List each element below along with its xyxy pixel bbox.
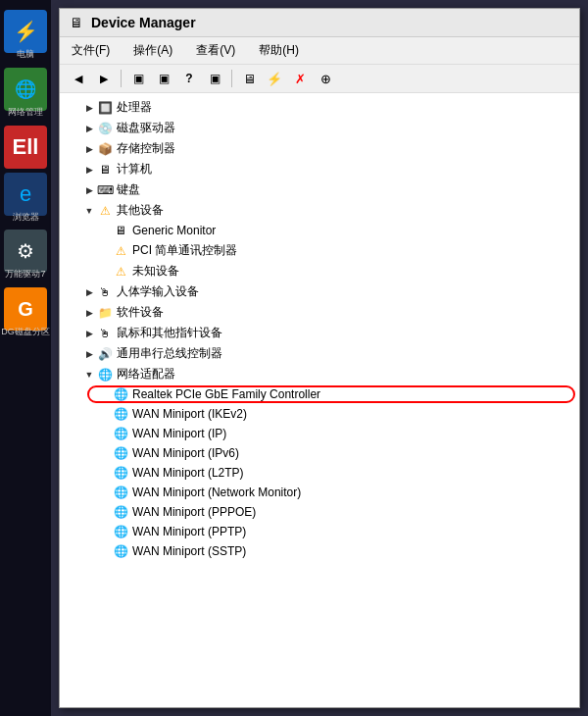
toolbar-btn-6[interactable]: ⚡ [264, 68, 285, 89]
computer-icon: 🖥 [243, 72, 256, 86]
tree-item-mouse[interactable]: ▶ 🖱 鼠标和其他指针设备 [60, 323, 579, 343]
main-content: 🖥 Device Manager 文件(F) 操作(A) 查看(V) 帮助(H)… [51, 0, 588, 716]
toolbar-btn-3[interactable]: ? [178, 68, 200, 89]
tree-item-network-adapters[interactable]: ▼ 🌐 网络适配器 [60, 364, 579, 384]
tree-item-wan-ikev2[interactable]: 🌐 WAN Miniport (IKEv2) [60, 404, 579, 424]
toolbar-btn-7[interactable]: ✗ [289, 68, 311, 89]
tree-item-pci-comm[interactable]: ⚠ PCI 简单通讯控制器 [60, 240, 579, 261]
tree-label-usb: 通用串行总线控制器 [117, 345, 222, 362]
expand-arrow-software: ▶ [83, 307, 95, 319]
forward-icon: ▶ [100, 73, 108, 85]
expand-arrow-wan-netmon [99, 486, 111, 498]
tree-item-wan-pppoe[interactable]: 🌐 WAN Miniport (PPPOE) [60, 502, 579, 522]
toolbar-separator-2 [231, 70, 232, 87]
tree-item-disk[interactable]: ▶ 💿 磁盘驱动器 [60, 118, 579, 138]
computer-tree-icon: 🖥 [97, 162, 113, 178]
tree-item-wan-ip[interactable]: 🌐 WAN Miniport (IP) [60, 424, 579, 443]
sidebar-icon-5[interactable]: ⚙ [4, 230, 47, 273]
tree-item-computer[interactable]: ▶ 🖥 计算机 [60, 159, 579, 179]
tree-label-wan-sstp: WAN Miniport (SSTP) [132, 544, 246, 558]
device-tree[interactable]: ▶ 🔲 处理器 ▶ 💿 磁盘驱动器 ▶ 📦 存储控制器 ▶ 🖥 计算机 [60, 93, 579, 707]
ie-icon: e [20, 181, 31, 207]
tree-label-wan-pppoe: WAN Miniport (PPPOE) [132, 505, 256, 519]
menu-action[interactable]: 操作(A) [129, 40, 176, 61]
tree-label-processor: 处理器 [117, 99, 152, 116]
sidebar-icon-6[interactable]: G [4, 287, 47, 331]
tree-item-wan-sstp[interactable]: 🌐 WAN Miniport (SSTP) [60, 541, 579, 561]
tree-label-wan-pptp: WAN Miniport (PPTP) [132, 525, 246, 538]
expand-arrow-network: ▼ [83, 369, 95, 381]
expand-arrow-storage: ▶ [83, 143, 95, 155]
device-manager-window: 🖥 Device Manager 文件(F) 操作(A) 查看(V) 帮助(H)… [59, 8, 580, 708]
expand-arrow-other: ▼ [83, 205, 95, 217]
menu-file[interactable]: 文件(F) [68, 40, 114, 61]
usb-icon: 🔊 [97, 346, 113, 362]
toolbar-btn-8[interactable]: ⊕ [315, 68, 336, 89]
tree-label-other-devices: 其他设备 [117, 202, 164, 219]
back-button[interactable]: ◀ [68, 68, 89, 89]
tree-item-realtek[interactable]: 🌐 Realtek PCIe GbE Family Controller [60, 384, 579, 404]
sidebar-label-5: 万能驱动7 [5, 269, 45, 280]
sidebar-icon-2[interactable]: 🌐 [4, 68, 47, 111]
other-devices-icon: ⚠ [97, 203, 113, 219]
network-icon: 🌐 [15, 78, 36, 100]
expand-arrow-wan-ipv6 [99, 447, 111, 459]
tree-item-other-devices[interactable]: ▼ ⚠ 其他设备 [60, 200, 579, 221]
toolbar-btn-1[interactable]: ▣ [127, 68, 149, 89]
tree-item-wan-pptp[interactable]: 🌐 WAN Miniport (PPTP) [60, 522, 579, 541]
expand-arrow-wan-l2tp [99, 467, 111, 479]
mouse-icon: 🖱 [97, 326, 113, 341]
monitor-icon: 🖥 [113, 223, 128, 238]
tree-item-wan-l2tp[interactable]: 🌐 WAN Miniport (L2TP) [60, 463, 579, 483]
window-toolbar: ◀ ▶ ▣ ▣ ? ▣ 🖥 ⚡ [60, 65, 579, 93]
menu-view[interactable]: 查看(V) [192, 40, 239, 61]
sidebar-icon-1[interactable]: ⚡ [4, 10, 47, 53]
tree-item-storage[interactable]: ▶ 📦 存储控制器 [60, 138, 579, 159]
expand-arrow-wan-ikev2 [99, 408, 111, 420]
tree-item-wan-ipv6[interactable]: 🌐 WAN Miniport (IPv6) [60, 443, 579, 463]
expand-arrow-wan-ip [99, 428, 111, 439]
tree-label-computer: 计算机 [117, 161, 152, 178]
wan-sstp-icon: 🌐 [113, 543, 128, 559]
tree-label-wan-ikev2: WAN Miniport (IKEv2) [132, 407, 247, 421]
toolbar-separator-1 [121, 70, 122, 87]
view-icon: ▣ [210, 72, 220, 85]
sidebar-icon-3[interactable]: Ell [4, 126, 47, 169]
sidebar-label-6: DG磁盘分区 [1, 327, 50, 337]
properties-icon: ▣ [133, 72, 144, 85]
sidebar-label-1: 电脑 [17, 49, 34, 60]
tree-label-network-adapters: 网络适配器 [117, 366, 175, 383]
network-adapters-icon: 🌐 [97, 367, 113, 383]
disk-icon: 💿 [97, 121, 113, 136]
tree-item-keyboard[interactable]: ▶ ⌨ 键盘 [60, 179, 579, 200]
tree-item-software[interactable]: ▶ 📁 软件设备 [60, 302, 579, 323]
lightning-icon: ⚡ [14, 20, 38, 43]
tree-item-processor[interactable]: ▶ 🔲 处理器 [60, 97, 579, 118]
tree-label-wan-netmon: WAN Miniport (Network Monitor) [132, 486, 301, 499]
back-icon: ◀ [74, 73, 82, 85]
tree-label-wan-ip: WAN Miniport (IP) [132, 427, 226, 440]
tree-item-usb[interactable]: ▶ 🔊 通用串行总线控制器 [60, 343, 579, 364]
expand-arrow-disk: ▶ [83, 123, 95, 134]
processor-icon: 🔲 [97, 100, 113, 116]
wan-ip-icon: 🌐 [113, 426, 128, 441]
tree-item-unknown-device[interactable]: ⚠ 未知设备 [60, 261, 579, 281]
tree-item-wan-netmon[interactable]: 🌐 WAN Miniport (Network Monitor) [60, 483, 579, 502]
tree-item-hid[interactable]: ▶ 🖱 人体学输入设备 [60, 281, 579, 302]
window-title: Device Manager [91, 15, 196, 30]
toolbar-btn-4[interactable]: ▣ [204, 68, 225, 89]
toolbar-btn-5[interactable]: 🖥 [238, 68, 260, 89]
expand-arrow-wan-sstp [99, 545, 111, 557]
uninstall-icon: ✗ [295, 72, 306, 86]
toolbar-btn-2[interactable]: ▣ [153, 68, 174, 89]
menu-help[interactable]: 帮助(H) [255, 40, 303, 61]
forward-button[interactable]: ▶ [93, 68, 115, 89]
tree-label-keyboard: 键盘 [117, 181, 140, 198]
pci-comm-icon: ⚠ [113, 243, 128, 259]
software-icon: 📁 [97, 305, 113, 321]
tree-item-generic-monitor[interactable]: 🖥 Generic Monitor [60, 221, 579, 240]
sidebar-label-2: 网络管理 [8, 107, 43, 118]
keyboard-icon: ⌨ [97, 182, 113, 198]
expand-arrow-wan-pptp [99, 526, 111, 537]
sidebar-icon-4[interactable]: e [4, 173, 47, 216]
